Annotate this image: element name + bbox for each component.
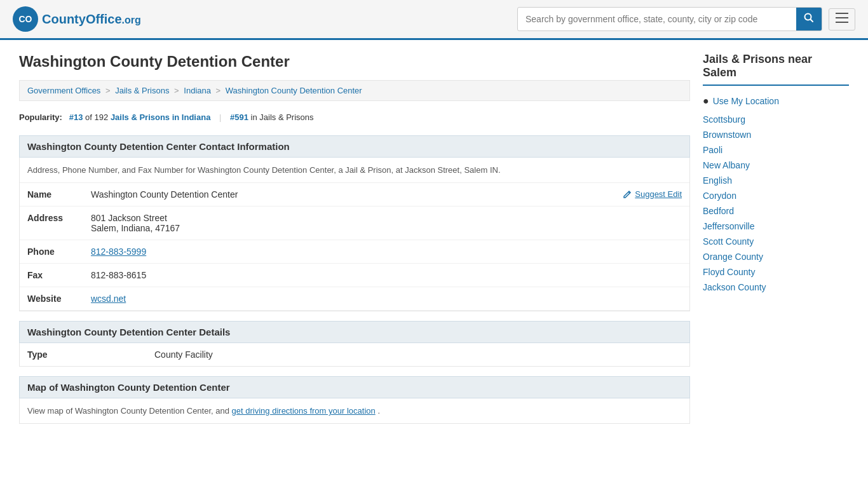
list-item: Corydon bbox=[703, 191, 849, 201]
breadcrumb-gov-offices[interactable]: Government Offices bbox=[27, 86, 100, 95]
national-rank-link[interactable]: #591 bbox=[230, 112, 248, 122]
breadcrumb-current[interactable]: Washington County Detention Center bbox=[226, 86, 362, 95]
logo-text: CountyOffice.org bbox=[42, 12, 141, 27]
type-value: County Facility bbox=[147, 343, 689, 366]
name-label: Name bbox=[20, 183, 83, 207]
details-table: Type County Facility bbox=[20, 343, 689, 366]
sidebar-link-bedford[interactable]: Bedford bbox=[703, 206, 734, 216]
header-right bbox=[517, 7, 855, 31]
sidebar: Jails & Prisons near Salem ● Use My Loca… bbox=[703, 53, 849, 433]
phone-link[interactable]: 812-883-5999 bbox=[91, 247, 146, 257]
svg-line-3 bbox=[811, 20, 813, 22]
list-item: Bedford bbox=[703, 206, 849, 216]
search-input[interactable] bbox=[518, 9, 796, 29]
map-description: View map of Washington County Detention … bbox=[20, 398, 689, 423]
suggest-edit-link[interactable]: Suggest Edit bbox=[623, 189, 682, 199]
breadcrumb: Government Offices > Jails & Prisons > I… bbox=[19, 80, 690, 101]
edit-icon bbox=[623, 190, 632, 199]
logo-org: .org bbox=[122, 15, 141, 25]
list-item: Scott County bbox=[703, 236, 849, 247]
type-row: Type County Facility bbox=[20, 343, 689, 366]
list-item: Jeffersonville bbox=[703, 221, 849, 231]
phone-value: 812-883-5999 bbox=[83, 240, 689, 264]
website-value: wcsd.net bbox=[83, 287, 689, 311]
list-item: Paoli bbox=[703, 145, 849, 155]
page-title: Washington County Detention Center bbox=[19, 53, 690, 71]
website-row: Website wcsd.net bbox=[20, 287, 689, 311]
driving-directions-link[interactable]: get driving directions from your locatio… bbox=[232, 406, 376, 416]
content-area: Washington County Detention Center Gover… bbox=[19, 53, 690, 433]
website-label: Website bbox=[20, 287, 83, 311]
search-bar bbox=[517, 7, 822, 31]
sidebar-link-scott-county[interactable]: Scott County bbox=[703, 236, 754, 247]
type-label: Type bbox=[20, 343, 147, 366]
local-rank-link[interactable]: #13 bbox=[69, 112, 83, 122]
svg-rect-4 bbox=[836, 13, 848, 14]
list-item: Scottsburg bbox=[703, 114, 849, 125]
location-pin-icon: ● bbox=[703, 95, 709, 107]
sidebar-link-floyd-county[interactable]: Floyd County bbox=[703, 267, 755, 277]
main-container: Washington County Detention Center Gover… bbox=[0, 40, 868, 446]
fax-value: 812-883-8615 bbox=[83, 264, 689, 287]
phone-label: Phone bbox=[20, 240, 83, 264]
svg-text:CO: CO bbox=[19, 14, 32, 24]
fax-row: Fax 812-883-8615 bbox=[20, 264, 689, 287]
website-link[interactable]: wcsd.net bbox=[91, 294, 126, 304]
list-item: Orange County bbox=[703, 252, 849, 262]
map-header: Map of Washington County Detention Cente… bbox=[19, 376, 690, 398]
sidebar-link-corydon[interactable]: Corydon bbox=[703, 191, 736, 201]
contact-info: Address, Phone Number, and Fax Number fo… bbox=[19, 158, 690, 311]
details-section: Washington County Detention Center Detai… bbox=[19, 321, 690, 367]
sidebar-link-scottsburg[interactable]: Scottsburg bbox=[703, 114, 745, 125]
local-category-link[interactable]: Jails & Prisons in Indiana bbox=[111, 112, 211, 122]
sidebar-link-jeffersonville[interactable]: Jeffersonville bbox=[703, 221, 754, 231]
breadcrumb-indiana[interactable]: Indiana bbox=[184, 86, 211, 95]
phone-row: Phone 812-883-5999 bbox=[20, 240, 689, 264]
fax-label: Fax bbox=[20, 264, 83, 287]
svg-rect-5 bbox=[836, 17, 848, 18]
logo-area: CO CountyOffice.org bbox=[13, 6, 141, 32]
list-item: Brownstown bbox=[703, 130, 849, 140]
contact-section: Washington County Detention Center Conta… bbox=[19, 135, 690, 311]
contact-header: Washington County Detention Center Conta… bbox=[19, 135, 690, 158]
list-item: New Albany bbox=[703, 160, 849, 170]
name-value: Washington County Detention Center Sugge… bbox=[83, 183, 689, 207]
address-value: 801 Jackson Street Salem, Indiana, 47167 bbox=[83, 207, 689, 240]
search-button[interactable] bbox=[796, 8, 822, 30]
sidebar-link-orange-county[interactable]: Orange County bbox=[703, 252, 763, 262]
address-row: Address 801 Jackson Street Salem, Indian… bbox=[20, 207, 689, 240]
list-item: Jackson County bbox=[703, 282, 849, 292]
breadcrumb-jails[interactable]: Jails & Prisons bbox=[115, 86, 169, 95]
map-section: Map of Washington County Detention Cente… bbox=[19, 376, 690, 424]
nearby-links-list: Scottsburg Brownstown Paoli New Albany E… bbox=[703, 114, 849, 292]
map-content: View map of Washington County Detention … bbox=[19, 398, 690, 424]
svg-rect-6 bbox=[836, 22, 848, 23]
details-content: Type County Facility bbox=[19, 343, 690, 367]
sidebar-link-english[interactable]: English bbox=[703, 175, 732, 186]
list-item: Floyd County bbox=[703, 267, 849, 277]
use-my-location-link[interactable]: ● Use My Location bbox=[703, 95, 849, 107]
address-label: Address bbox=[20, 207, 83, 240]
contact-description: Address, Phone Number, and Fax Number fo… bbox=[20, 158, 689, 183]
popularity-bar: Popularity: #13 of 192 Jails & Prisons i… bbox=[19, 109, 690, 126]
details-header: Washington County Detention Center Detai… bbox=[19, 321, 690, 343]
sidebar-link-new-albany[interactable]: New Albany bbox=[703, 160, 750, 170]
sidebar-title: Jails & Prisons near Salem bbox=[703, 53, 849, 86]
logo-icon: CO bbox=[13, 6, 38, 32]
hamburger-button[interactable] bbox=[829, 8, 855, 30]
name-row: Name Washington County Detention Center … bbox=[20, 183, 689, 207]
sidebar-link-brownstown[interactable]: Brownstown bbox=[703, 130, 751, 140]
popularity-label: Popularity: bbox=[19, 112, 62, 122]
sidebar-link-paoli[interactable]: Paoli bbox=[703, 145, 722, 155]
contact-table: Name Washington County Detention Center … bbox=[20, 183, 689, 311]
header: CO CountyOffice.org bbox=[0, 0, 868, 40]
sidebar-link-jackson-county[interactable]: Jackson County bbox=[703, 282, 766, 292]
list-item: English bbox=[703, 175, 849, 186]
